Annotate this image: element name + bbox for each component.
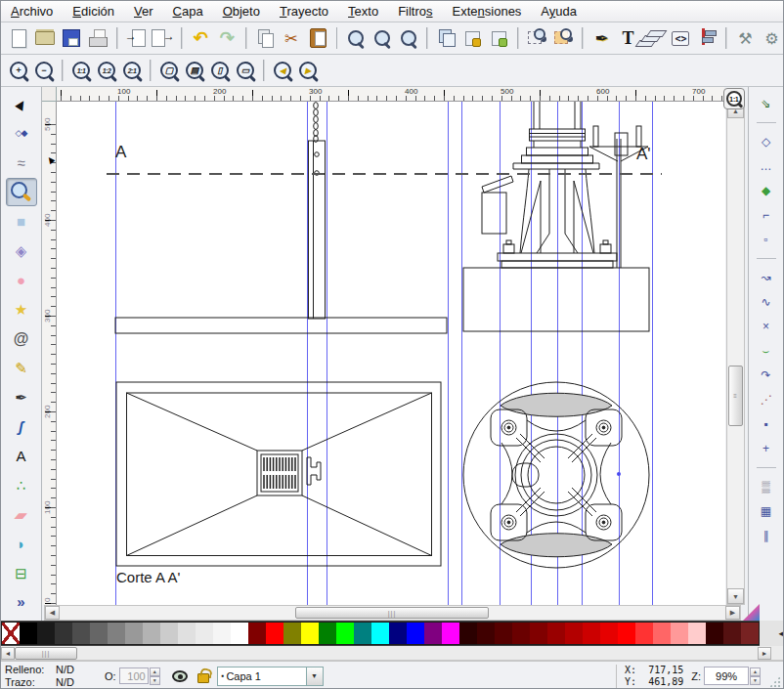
snap-midpoints-button[interactable]: ⋰ bbox=[754, 387, 779, 411]
duplicate-button[interactable] bbox=[434, 25, 458, 51]
redo-button[interactable] bbox=[215, 25, 240, 51]
color-swatch[interactable] bbox=[671, 623, 688, 644]
zoom-previous-button[interactable]: ◀ bbox=[272, 59, 293, 82]
zoom-drawing-button[interactable]: ▤ bbox=[184, 59, 205, 82]
paste-button[interactable] bbox=[306, 25, 330, 51]
text-dialog-button[interactable] bbox=[616, 25, 640, 51]
color-swatch[interactable] bbox=[741, 623, 759, 644]
export-button[interactable] bbox=[151, 25, 175, 51]
print-button[interactable] bbox=[86, 25, 110, 51]
palette-scrollbar-thumb[interactable]: ||| bbox=[15, 647, 77, 660]
color-swatch[interactable] bbox=[248, 623, 266, 644]
snap-enable-toggle[interactable]: ⇘ bbox=[754, 91, 779, 115]
palette-scroll-left-icon[interactable]: ◂ bbox=[1, 647, 15, 660]
find-replace-button[interactable] bbox=[551, 25, 576, 51]
star-tool[interactable]: ★ bbox=[6, 295, 37, 323]
tweak-tool[interactable]: ≈ bbox=[6, 149, 37, 177]
snap-smooth-nodes-button[interactable]: ↷ bbox=[754, 363, 779, 387]
eraser-tool[interactable]: ▰ bbox=[6, 500, 37, 529]
canvas[interactable]: A A' Corte A A' bbox=[57, 102, 725, 605]
horizontal-scrollbar[interactable]: ◀ ||| ▶ bbox=[44, 605, 741, 621]
layers-dialog-button[interactable] bbox=[642, 25, 667, 51]
menu-capa[interactable]: Capa bbox=[163, 2, 213, 21]
zoom-page-width-button[interactable]: ▭ bbox=[235, 59, 256, 82]
layer-visibility-toggle[interactable] bbox=[170, 669, 190, 683]
zoom-page-button[interactable]: ▯ bbox=[209, 59, 231, 82]
snap-bbox-corners-button[interactable]: ◆ bbox=[754, 178, 779, 202]
cut-button[interactable] bbox=[280, 25, 304, 51]
opacity-field[interactable]: 100 bbox=[119, 667, 149, 684]
color-swatch[interactable] bbox=[266, 623, 283, 644]
color-swatch[interactable] bbox=[160, 623, 178, 644]
spin-up-icon[interactable]: ▲ bbox=[150, 667, 160, 676]
vertical-scrollbar-thumb[interactable]: ≡ bbox=[728, 366, 743, 426]
open-document-button[interactable] bbox=[33, 25, 58, 51]
color-swatch[interactable] bbox=[143, 623, 160, 644]
menu-archivo[interactable]: Archivo bbox=[1, 2, 63, 21]
snap-guides-button[interactable]: ∥ bbox=[754, 523, 779, 547]
document-properties-button[interactable] bbox=[760, 25, 784, 51]
zoom-tool[interactable] bbox=[6, 178, 37, 206]
spray-tool[interactable]: ∴ bbox=[6, 471, 37, 499]
color-swatch[interactable] bbox=[336, 623, 354, 644]
layer-lock-toggle[interactable] bbox=[196, 668, 209, 684]
color-swatch[interactable] bbox=[407, 623, 424, 644]
color-swatch[interactable] bbox=[565, 623, 583, 644]
vertical-scrollbar[interactable]: ▲ ≡ ▼ bbox=[726, 102, 745, 605]
color-swatch[interactable] bbox=[512, 623, 530, 644]
color-swatch[interactable] bbox=[231, 623, 248, 644]
color-swatch[interactable] bbox=[442, 623, 459, 644]
preferences-button[interactable] bbox=[733, 25, 758, 51]
color-swatch[interactable] bbox=[301, 623, 319, 644]
tools-overflow-button[interactable]: » bbox=[6, 592, 37, 610]
pencil-tool[interactable]: ✎ bbox=[6, 354, 37, 382]
color-swatch[interactable] bbox=[196, 623, 213, 644]
zoom-1-1-button[interactable]: 1:1 bbox=[70, 59, 92, 82]
zoom-field[interactable]: 99% bbox=[704, 667, 749, 685]
selector-tool[interactable]: ▲ bbox=[6, 90, 37, 118]
align-dialog-button[interactable] bbox=[695, 25, 719, 51]
color-swatch[interactable] bbox=[635, 623, 653, 644]
scroll-left-icon[interactable]: ◀ bbox=[45, 606, 60, 620]
horizontal-scrollbar-thumb[interactable]: ||| bbox=[295, 607, 489, 619]
color-swatch[interactable] bbox=[371, 623, 389, 644]
find-button[interactable] bbox=[525, 25, 549, 51]
zoom-to-page-button[interactable] bbox=[396, 25, 420, 51]
zoom-in-button[interactable]: + bbox=[8, 59, 29, 82]
snap-bbox-centers-button[interactable]: ▫ bbox=[754, 227, 779, 251]
snap-rotation-centers-button[interactable]: + bbox=[754, 436, 779, 460]
color-swatch[interactable] bbox=[90, 623, 108, 644]
scroll-right-icon[interactable]: ▶ bbox=[725, 606, 740, 620]
snap-path-intersections-button[interactable]: × bbox=[754, 314, 779, 338]
3d-box-tool[interactable]: ◈ bbox=[6, 237, 37, 265]
color-swatch[interactable] bbox=[37, 623, 55, 644]
color-swatch[interactable] bbox=[688, 623, 706, 644]
layer-selector[interactable]: ▪ Capa 1 bbox=[217, 667, 307, 686]
color-swatch[interactable] bbox=[213, 623, 231, 644]
color-swatch[interactable] bbox=[583, 623, 600, 644]
unlink-clone-button[interactable] bbox=[487, 25, 511, 51]
layer-dropdown-icon[interactable]: ▼ bbox=[307, 667, 324, 686]
color-swatch[interactable] bbox=[600, 623, 618, 644]
copy-button[interactable] bbox=[253, 25, 278, 51]
connector-tool[interactable]: ⊟ bbox=[6, 559, 37, 587]
snap-page-border-button[interactable]: ▒ bbox=[754, 474, 779, 498]
snap-nodes-button[interactable]: ↝ bbox=[754, 265, 779, 289]
zoom-2-1-button[interactable]: 2:1 bbox=[121, 59, 143, 82]
color-swatch[interactable] bbox=[125, 623, 143, 644]
menu-extensiones[interactable]: Extensiones bbox=[443, 2, 532, 21]
new-document-button[interactable] bbox=[7, 25, 31, 51]
spin-up-icon[interactable]: ▲ bbox=[750, 667, 761, 676]
import-button[interactable] bbox=[124, 25, 149, 51]
bezier-pen-tool[interactable]: ✒ bbox=[6, 383, 37, 411]
color-swatch[interactable] bbox=[319, 623, 336, 644]
color-swatch[interactable] bbox=[389, 623, 407, 644]
color-swatch[interactable] bbox=[459, 623, 477, 644]
undo-button[interactable] bbox=[189, 25, 213, 51]
text-tool[interactable]: A bbox=[6, 442, 37, 470]
color-swatch[interactable] bbox=[55, 623, 72, 644]
color-swatch[interactable] bbox=[20, 623, 37, 644]
menu-trayecto[interactable]: Trayecto bbox=[270, 2, 338, 21]
node-editor-tool[interactable]: ◇◆ bbox=[6, 119, 37, 148]
snap-cusp-nodes-button[interactable]: ⌣ bbox=[754, 338, 779, 363]
